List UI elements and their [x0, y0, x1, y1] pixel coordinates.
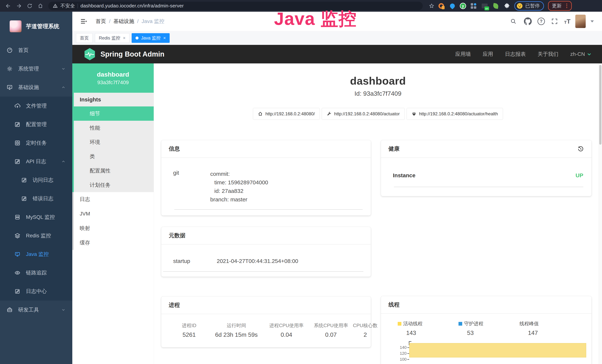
- annotation-java-monitor: Java 监控: [274, 7, 357, 31]
- user-menu-caret-icon[interactable]: [591, 20, 594, 22]
- sidebar-item-redis-monitor[interactable]: Redis 监控: [0, 226, 72, 245]
- inst-item-details[interactable]: 细节: [74, 107, 154, 121]
- sidebar-item-access-logs[interactable]: 访问日志: [0, 171, 72, 189]
- breadcrumb-section[interactable]: 基础设施: [113, 18, 134, 25]
- github-icon[interactable]: [523, 17, 533, 26]
- inst-item-classes[interactable]: 类: [74, 149, 154, 163]
- content-scrollbar[interactable]: [599, 64, 602, 364]
- breadcrumb-home[interactable]: 首页: [96, 18, 106, 25]
- browser-reload-icon[interactable]: [25, 2, 34, 10]
- address-bar[interactable]: 不安全 dashboard.yudao.iocoder.cn/infra/adm…: [48, 2, 423, 10]
- metadata-key: startup: [173, 258, 217, 264]
- close-icon[interactable]: ×: [163, 35, 166, 41]
- sidebar-item-infrastructure[interactable]: 基础设施: [0, 78, 72, 96]
- info-key-git: git: [173, 170, 210, 204]
- monitor-check-icon: [6, 84, 13, 91]
- extension-green-icon[interactable]: y: [460, 3, 466, 9]
- font-size-icon[interactable]: TT: [564, 18, 570, 24]
- dashboard-icon: [6, 47, 13, 54]
- inst-item-metrics[interactable]: 性能: [74, 121, 154, 135]
- sidebar-item-scheduled-jobs[interactable]: 定时任务: [0, 134, 72, 152]
- inst-item-jvm[interactable]: JVM: [74, 207, 154, 221]
- sidebar-item-tracing[interactable]: 链路追踪: [0, 264, 72, 282]
- instance-header[interactable]: dashboard 93a3fc7f7409: [72, 64, 154, 93]
- browser-home-icon[interactable]: [36, 2, 45, 10]
- sba-nav-applications[interactable]: 应用: [483, 51, 493, 58]
- browser-back-icon[interactable]: [3, 2, 13, 10]
- url-text[interactable]: dashboard.yudao.iocoder.cn/infra/admin-s…: [80, 3, 184, 9]
- update-button[interactable]: 更新 ⋮: [548, 1, 572, 11]
- extension-orange-icon[interactable]: [438, 2, 445, 10]
- sidebar-item-file-manage[interactable]: 文件管理: [0, 96, 72, 115]
- sidebar-item-label: 链路追踪: [26, 269, 47, 276]
- breadcrumb-current: Java 监控: [142, 18, 164, 25]
- history-icon[interactable]: [577, 146, 584, 152]
- health-card-title: 健康: [388, 145, 399, 153]
- scrollbar-thumb[interactable]: [599, 65, 602, 145]
- daemon-threads-value: 53: [459, 330, 519, 336]
- divider: [394, 187, 583, 187]
- inst-item-config-props[interactable]: 配置属性: [74, 163, 154, 178]
- health-url-button[interactable]: http://192.168.0.2:48080/actuator/health: [407, 108, 503, 120]
- page-title: dashboard: [154, 75, 602, 87]
- inst-item-mappings[interactable]: 映射: [74, 221, 154, 236]
- sidebar-item-log-center[interactable]: 日志中心: [0, 282, 72, 300]
- tab-redis-monitor[interactable]: Redis 监控 ×: [95, 33, 129, 43]
- service-url-button[interactable]: http://192.168.0.2:48080/: [253, 108, 320, 120]
- security-label[interactable]: 不安全: [60, 3, 75, 9]
- cpu-cores: 2: [352, 331, 378, 338]
- legend-label: 线程峰值: [519, 321, 539, 327]
- health-instance-label: Instance: [393, 172, 416, 179]
- process-card-title: 进程: [161, 297, 371, 314]
- tab-java-monitor[interactable]: Java 监控 ×: [132, 33, 170, 43]
- extension-leaf-icon[interactable]: [492, 2, 499, 10]
- chevron-up-icon: [61, 85, 66, 90]
- close-icon[interactable]: ×: [123, 35, 126, 41]
- sba-brand[interactable]: Spring Boot Admin: [100, 50, 164, 58]
- collapse-sidebar-icon[interactable]: [79, 17, 88, 26]
- paused-label: 已暂停: [525, 3, 540, 9]
- help-icon[interactable]: ?: [538, 18, 545, 25]
- sidebar-item-mysql-monitor[interactable]: MySQL 监控: [0, 208, 72, 226]
- browser-forward-icon[interactable]: [14, 2, 24, 10]
- sidebar-item-config-manage[interactable]: 配置管理: [0, 115, 72, 134]
- inst-item-logs[interactable]: 日志: [74, 192, 154, 207]
- y-tick: 100: [381, 356, 407, 362]
- browser-menu-icon[interactable]: ⋮: [564, 4, 569, 8]
- sidebar-item-dev-tools[interactable]: 研发工具: [0, 300, 72, 319]
- extension-on-icon[interactable]: [481, 2, 488, 10]
- inst-item-caches[interactable]: 缓存: [74, 236, 154, 250]
- sidebar-item-java-monitor[interactable]: Java 监控: [0, 245, 72, 264]
- briefcase-icon: [6, 307, 13, 313]
- layers-icon: [14, 232, 21, 239]
- sba-nav-about[interactable]: 关于我们: [538, 51, 559, 58]
- sidebar-item-label: Redis 监控: [26, 232, 51, 239]
- sba-nav-wallboard[interactable]: 应用墙: [455, 51, 471, 58]
- extensions-puzzle-icon[interactable]: [503, 2, 511, 10]
- actuator-url-button[interactable]: http://192.168.0.2:48080/actuator: [322, 108, 405, 120]
- extension-grid-icon[interactable]: [470, 2, 477, 10]
- log-edit-icon: [21, 195, 27, 202]
- sidebar-item-system[interactable]: 系统管理: [0, 60, 72, 78]
- fullscreen-icon[interactable]: [550, 17, 559, 26]
- system-cpu: 0.07: [310, 331, 352, 338]
- sidebar-item-home[interactable]: 首页: [0, 41, 72, 60]
- user-avatar[interactable]: [575, 15, 586, 28]
- inst-item-environment[interactable]: 环境: [74, 135, 154, 149]
- app-logo-row[interactable]: 芋道管理系统: [0, 12, 72, 41]
- health-card: 健康 Instance UP: [381, 140, 591, 196]
- divider: [163, 271, 363, 272]
- sba-locale-label: zh-CN: [570, 51, 585, 57]
- sba-nav-journal[interactable]: 日志报表: [505, 51, 526, 58]
- sidebar-item-error-logs[interactable]: 错误日志: [0, 189, 72, 208]
- sba-locale-select[interactable]: zh-CN: [570, 51, 592, 57]
- bookmark-star-icon[interactable]: [427, 2, 436, 10]
- extension-pin-icon[interactable]: [449, 2, 456, 10]
- tags-view-bar: 首页 Redis 监控 × Java 监控 ×: [72, 31, 602, 45]
- sidebar-item-api-logs[interactable]: API 日志: [0, 152, 72, 171]
- inst-item-scheduled-tasks[interactable]: 计划任务: [74, 178, 154, 192]
- instance-id: 93a3fc7f7409: [97, 80, 129, 86]
- paused-badge[interactable]: 已暂停: [514, 1, 544, 11]
- search-icon[interactable]: [509, 17, 518, 26]
- tab-home[interactable]: 首页: [76, 33, 93, 43]
